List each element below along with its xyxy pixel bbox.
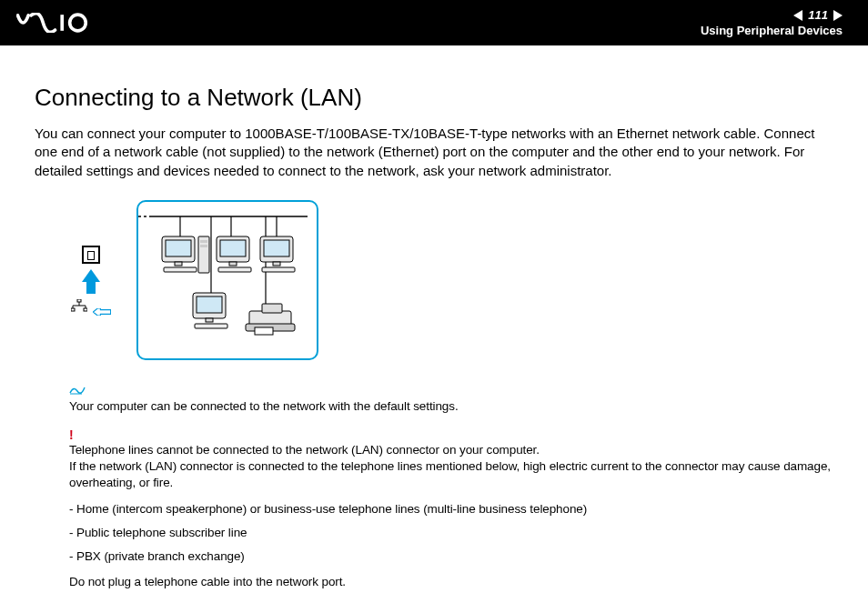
page-content: Connecting to a Network (LAN) You can co… — [0, 45, 868, 591]
ethernet-port-icon — [82, 246, 100, 264]
note-block: Your computer can be connected to the ne… — [69, 382, 833, 415]
vaio-logo — [16, 13, 110, 33]
svg-rect-21 — [175, 262, 182, 266]
page-title: Connecting to a Network (LAN) — [35, 84, 833, 112]
svg-rect-32 — [273, 262, 280, 266]
svg-rect-20 — [166, 240, 191, 256]
svg-rect-31 — [264, 240, 289, 256]
svg-marker-3 — [833, 10, 843, 21]
network-topology-icon — [71, 299, 87, 314]
list-item-text: Public telephone subscriber line — [76, 526, 247, 539]
warning-icon: ! — [69, 427, 833, 442]
page-number: 111 — [808, 8, 828, 22]
list-item: - PBX (private branch exchange) — [69, 548, 833, 565]
port-bottom-row — [71, 299, 111, 314]
svg-rect-29 — [218, 267, 251, 272]
svg-rect-22 — [164, 267, 197, 272]
header-bar: 111 Using Peripheral Devices — [0, 0, 868, 45]
final-note: Do not plug a telephone cable into the n… — [69, 574, 833, 590]
section-link[interactable]: Using Peripheral Devices — [701, 24, 843, 37]
svg-rect-4 — [77, 299, 81, 302]
svg-marker-11 — [93, 308, 110, 316]
svg-rect-0 — [60, 15, 64, 31]
warning-block: ! Telephone lines cannot be connected to… — [69, 427, 833, 492]
svg-rect-35 — [197, 296, 222, 313]
ethernet-port-illustration — [71, 246, 111, 314]
note-text: Your computer can be connected to the ne… — [69, 398, 833, 415]
svg-rect-27 — [220, 240, 246, 256]
warning-line2: If the network (LAN) connector is connec… — [69, 458, 833, 491]
svg-rect-25 — [200, 245, 207, 247]
svg-rect-10 — [84, 308, 87, 311]
svg-rect-33 — [262, 267, 295, 272]
warning-line1: Telephone lines cannot be connected to t… — [69, 442, 833, 458]
svg-rect-39 — [262, 304, 282, 313]
list-item: - Home (intercom speakerphone) or busine… — [69, 501, 833, 518]
svg-point-1 — [70, 15, 86, 31]
svg-rect-36 — [206, 318, 213, 322]
prev-page-arrow-icon[interactable] — [793, 10, 802, 21]
svg-rect-37 — [195, 324, 227, 328]
list-item: - Public telephone subscriber line — [69, 525, 833, 541]
lan-diagram — [71, 200, 833, 360]
network-devices-illustration — [136, 200, 318, 360]
svg-marker-2 — [793, 10, 802, 21]
cable-connector-icon — [93, 303, 111, 310]
note-pencil-icon — [69, 382, 833, 398]
svg-rect-9 — [71, 308, 75, 311]
warning-list: - Home (intercom speakerphone) or busine… — [69, 501, 833, 566]
list-item-text: PBX (private branch exchange) — [76, 549, 245, 563]
svg-rect-24 — [200, 240, 207, 243]
svg-rect-28 — [229, 262, 237, 266]
page-nav: 111 — [793, 8, 843, 22]
arrow-up-icon — [82, 269, 100, 282]
list-item-text: Home (intercom speakerphone) or business… — [76, 502, 587, 516]
intro-paragraph: You can connect your computer to 1000BAS… — [35, 125, 833, 180]
header-right: 111 Using Peripheral Devices — [701, 8, 843, 37]
next-page-arrow-icon[interactable] — [833, 10, 843, 21]
svg-rect-41 — [255, 327, 273, 335]
